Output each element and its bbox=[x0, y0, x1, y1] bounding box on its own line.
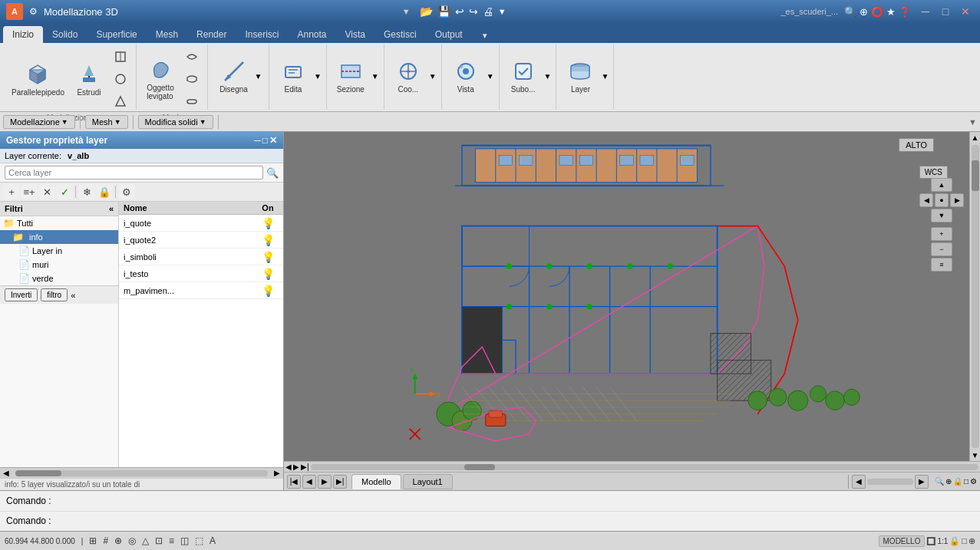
draw-h-scrollbar[interactable]: ◀ ▶ ▶| bbox=[284, 461, 980, 472]
layer-row-mpavimen[interactable]: m_pavimen... 💡 bbox=[119, 282, 283, 299]
tab-superficie[interactable]: Superficie bbox=[87, 26, 146, 43]
sezione-dropdown[interactable]: ▼ bbox=[371, 72, 379, 81]
layer-on-iquote2[interactable]: 💡 bbox=[252, 234, 283, 246]
tab-area-scroll-right[interactable]: ▶ bbox=[915, 475, 929, 489]
layer-settings-btn[interactable]: ⚙ bbox=[118, 184, 135, 199]
tab-area-scroll-left[interactable]: ◀ bbox=[852, 475, 866, 489]
nav-left-btn[interactable]: ◀ bbox=[919, 193, 933, 207]
tab-mesh[interactable]: Mesh bbox=[147, 26, 187, 43]
h-scroll-right[interactable]: ▶ bbox=[293, 463, 299, 471]
tab-output[interactable]: Output bbox=[426, 26, 472, 43]
selection-icon[interactable]: ⬚ bbox=[195, 535, 203, 546]
settings-icon[interactable]: ⚙ bbox=[29, 6, 38, 17]
annotative-icon[interactable]: A bbox=[210, 535, 216, 546]
close-btn[interactable]: ✕ bbox=[957, 4, 974, 19]
btn-small-3[interactable] bbox=[110, 91, 131, 112]
layer-new-btn[interactable]: + bbox=[3, 184, 20, 199]
title-dropdown[interactable]: ▼ bbox=[402, 7, 411, 16]
nav-center-btn[interactable]: ● bbox=[935, 193, 949, 207]
tb2-modifica-solidi[interactable]: Modifica solidi ▼ bbox=[138, 115, 213, 129]
filter-collapse-btn[interactable]: « bbox=[109, 204, 114, 213]
polar-icon[interactable]: ◎ bbox=[128, 535, 136, 546]
tab-nav-first[interactable]: |◀ bbox=[287, 475, 301, 489]
view-ctrl-1[interactable]: 🔍 bbox=[935, 477, 944, 486]
tab-inserisci[interactable]: Inserisci bbox=[236, 26, 288, 43]
tree-item-tutti[interactable]: 📁 Tutti bbox=[0, 216, 118, 230]
layer-panel-max[interactable]: □ bbox=[262, 135, 268, 146]
vista-dropdown[interactable]: ▼ bbox=[487, 72, 494, 81]
btn-edita[interactable]: Edita bbox=[274, 51, 312, 103]
layer-search-input[interactable] bbox=[5, 166, 263, 179]
tab-annota[interactable]: Annota bbox=[288, 26, 335, 43]
layer-row-iquote[interactable]: i_quote 💡 bbox=[119, 215, 283, 232]
star-icon[interactable]: ★ bbox=[886, 6, 896, 18]
layer-row-iquote2[interactable]: i_quote2 💡 bbox=[119, 232, 283, 249]
search-icon-btn[interactable]: 🔍 bbox=[266, 167, 279, 179]
layer-check-btn[interactable]: ✓ bbox=[56, 184, 73, 199]
tab-nav-next[interactable]: ▶ bbox=[318, 475, 332, 489]
layer-on-isimboli[interactable]: 💡 bbox=[252, 251, 283, 263]
tab-layout1[interactable]: Layout1 bbox=[403, 474, 453, 489]
lineweight-icon[interactable]: ≡ bbox=[169, 535, 174, 546]
filtro-btn[interactable]: filtro bbox=[41, 288, 68, 301]
btn-parallelepipedo[interactable]: Parallelepipedo bbox=[8, 53, 68, 105]
btn-mesh-1[interactable] bbox=[181, 46, 203, 68]
ortho-icon[interactable]: ⊕ bbox=[114, 535, 122, 546]
snap-icon[interactable]: ⊞ bbox=[89, 535, 97, 546]
search-icon[interactable]: 🔍 bbox=[844, 6, 856, 18]
btn-oggetto-levigato[interactable]: Oggettolevigato bbox=[141, 53, 180, 105]
layer-new2-btn[interactable]: ≡+ bbox=[21, 184, 38, 199]
btn-vista[interactable]: Vista bbox=[447, 51, 485, 103]
status-tool-2[interactable]: ⊕ bbox=[968, 536, 975, 546]
layer-lock-btn[interactable]: 🔒 bbox=[96, 184, 113, 199]
nav-list-btn[interactable]: ≡ bbox=[931, 258, 952, 272]
btn-mesh-3[interactable] bbox=[181, 91, 203, 112]
btn-coo[interactable]: Coo... bbox=[389, 51, 427, 103]
filter-collapse-btn2[interactable]: « bbox=[71, 291, 75, 300]
tab-nav-prev[interactable]: ◀ bbox=[302, 475, 316, 489]
layer-freeze-btn[interactable]: ❄ bbox=[78, 184, 95, 199]
disegna-dropdown[interactable]: ▼ bbox=[255, 72, 262, 81]
layer-row-itesto[interactable]: i_testo 💡 bbox=[119, 265, 283, 282]
nav-zoom-in-btn[interactable]: + bbox=[931, 227, 952, 241]
tab-render[interactable]: Render bbox=[187, 26, 236, 43]
transparency-icon[interactable]: ◫ bbox=[180, 535, 189, 546]
view-ctrl-3[interactable]: 🔒 bbox=[953, 477, 962, 486]
command-input[interactable] bbox=[51, 515, 974, 526]
tree-item-verde[interactable]: 📄 verde bbox=[0, 272, 118, 285]
edita-dropdown[interactable]: ▼ bbox=[314, 72, 322, 81]
tab-more[interactable]: ▼ bbox=[472, 28, 498, 43]
tb2-more[interactable]: ▼ bbox=[968, 117, 977, 127]
layer-on-iquote[interactable]: 💡 bbox=[252, 217, 283, 229]
v-scrollbar[interactable]: ▲ ▼ bbox=[969, 132, 980, 461]
tab-inizio[interactable]: Inizio bbox=[3, 26, 43, 43]
nav-up-btn[interactable]: ▲ bbox=[931, 178, 952, 192]
btn-layer[interactable]: Layer bbox=[561, 51, 599, 103]
status-space-btn[interactable]: MODELLO bbox=[879, 535, 926, 547]
btn-small-2[interactable] bbox=[110, 68, 131, 90]
btn-small-1[interactable] bbox=[110, 46, 131, 68]
layer-dropdown[interactable]: ▼ bbox=[601, 72, 609, 81]
scroll-left-btn[interactable]: ◀ bbox=[0, 469, 12, 477]
zoom-icon[interactable]: ⊕ bbox=[860, 6, 868, 18]
viewport-alto-btn[interactable]: ALTO bbox=[899, 138, 934, 152]
tab-modello[interactable]: Modello bbox=[351, 474, 401, 489]
view-ctrl-4[interactable]: □ bbox=[964, 477, 968, 486]
minimize-btn[interactable]: ─ bbox=[917, 4, 934, 19]
tab-gestisci[interactable]: Gestisci bbox=[375, 26, 426, 43]
nav-icon[interactable]: ⭕ bbox=[871, 6, 883, 18]
layer-row-isimboli[interactable]: i_simboli 💡 bbox=[119, 249, 283, 265]
btn-estrudi[interactable]: Estrudi bbox=[70, 53, 108, 105]
lock-status-icon[interactable]: 🔒 bbox=[949, 536, 960, 546]
layer-panel-close[interactable]: ✕ bbox=[269, 135, 277, 146]
subo-dropdown[interactable]: ▼ bbox=[544, 72, 552, 81]
btn-disegna[interactable]: Disegna bbox=[215, 51, 253, 103]
osnap-icon[interactable]: △ bbox=[142, 535, 149, 546]
btn-mesh-2[interactable] bbox=[181, 68, 203, 90]
tab-nav-last[interactable]: ▶| bbox=[333, 475, 347, 489]
tree-item-layer-in[interactable]: 📄 Layer in bbox=[0, 244, 118, 258]
toolbar-icon-save[interactable]: 💾 bbox=[437, 5, 450, 18]
draw-canvas[interactable]: X Y ALTO bbox=[284, 132, 969, 461]
btn-subo[interactable]: Subo... bbox=[504, 51, 543, 103]
inverti-btn[interactable]: Inverti bbox=[5, 288, 38, 301]
